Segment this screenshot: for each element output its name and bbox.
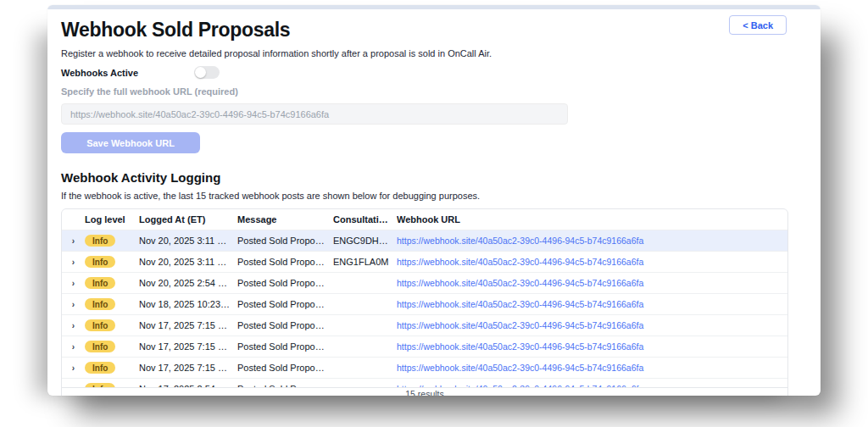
webhook-activity-table: Log level Logged At (ET) Message Consult… bbox=[61, 208, 788, 396]
webhook-url-link[interactable]: https://webhook.site/40a50ac2-39c0-4496-… bbox=[397, 320, 787, 330]
message-cell: Posted Sold Proposal bbox=[237, 320, 333, 330]
log-level-badge: Info bbox=[85, 298, 115, 310]
log-level-badge: Info bbox=[85, 235, 115, 247]
message-cell: Posted Sold Proposal bbox=[237, 278, 333, 288]
message-cell: Posted Sold Proposal bbox=[237, 341, 333, 352]
logged-at-cell: Nov 18, 2025 10:23 AM bbox=[139, 299, 237, 309]
webhook-url-input[interactable] bbox=[61, 103, 568, 125]
log-level-badge: Info bbox=[85, 362, 115, 374]
webhook-url-link[interactable]: https://webhook.site/40a50ac2-39c0-4496-… bbox=[397, 363, 787, 373]
expand-chevron-icon[interactable]: › bbox=[62, 321, 85, 330]
page-background: < Back Webhook Sold Proposals Register a… bbox=[0, 0, 868, 427]
table-row[interactable]: › Info Nov 17, 2025 7:15 PM Posted Sold … bbox=[62, 358, 787, 379]
logged-at-cell: Nov 17, 2025 7:15 PM bbox=[139, 320, 237, 330]
webhook-url-link[interactable]: https://webhook.site/40a50ac2-39c0-4496-… bbox=[397, 299, 787, 309]
consultation-cell: ENG1FLA0M bbox=[333, 257, 397, 267]
expand-chevron-icon[interactable]: › bbox=[62, 279, 85, 288]
table-row[interactable]: › Info Nov 17, 2025 2:54 PM Posted Sold … bbox=[62, 379, 787, 387]
table-footer: 15 results bbox=[62, 387, 787, 396]
table-body: › Info Nov 20, 2025 3:11 PM Posted Sold … bbox=[62, 230, 787, 387]
table-header-row: Log level Logged At (ET) Message Consult… bbox=[62, 209, 787, 230]
consultation-cell: ENGC9DH6A bbox=[333, 236, 397, 246]
webhooks-active-label: Webhooks Active bbox=[61, 68, 138, 78]
webhook-url-link[interactable]: https://webhook.site/40a50ac2-39c0-4496-… bbox=[397, 236, 787, 246]
webhooks-active-toggle[interactable] bbox=[194, 66, 220, 79]
message-cell: Posted Sold Proposal bbox=[237, 363, 333, 373]
webhook-url-link[interactable]: https://webhook.site/40a50ac2-39c0-4496-… bbox=[397, 257, 787, 267]
message-cell: Posted Sold Proposal bbox=[237, 236, 333, 246]
column-header-log-level: Log level bbox=[85, 214, 139, 225]
column-header-webhook-url: Webhook URL bbox=[397, 214, 787, 225]
webhook-url-link[interactable]: https://webhook.site/40a50ac2-39c0-4496-… bbox=[397, 278, 787, 288]
logged-at-cell: Nov 20, 2025 2:54 PM bbox=[139, 278, 237, 288]
table-row[interactable]: › Info Nov 17, 2025 7:15 PM Posted Sold … bbox=[62, 315, 787, 336]
log-level-badge: Info bbox=[85, 277, 115, 289]
results-count: 15 results bbox=[405, 389, 444, 396]
activity-logging-title: Webhook Activity Logging bbox=[61, 170, 788, 185]
table-row[interactable]: › Info Nov 20, 2025 2:54 PM Posted Sold … bbox=[62, 273, 787, 294]
column-header-logged-at: Logged At (ET) bbox=[139, 214, 237, 225]
column-header-message: Message bbox=[237, 214, 333, 225]
table-row[interactable]: › Info Nov 17, 2025 7:15 PM Posted Sold … bbox=[62, 336, 787, 358]
logged-at-cell: Nov 20, 2025 3:11 PM bbox=[139, 257, 237, 267]
log-level-badge: Info bbox=[85, 319, 115, 331]
column-header-consultation: Consultation... bbox=[333, 214, 397, 225]
webhook-settings-card: < Back Webhook Sold Proposals Register a… bbox=[47, 5, 821, 396]
save-webhook-url-button[interactable]: Save Webhook URL bbox=[61, 132, 200, 153]
table-row[interactable]: › Info Nov 20, 2025 3:11 PM Posted Sold … bbox=[62, 252, 787, 273]
message-cell: Posted Sold Proposal bbox=[237, 257, 333, 267]
expand-chevron-icon[interactable]: › bbox=[62, 363, 85, 373]
page-title: Webhook Sold Proposals bbox=[61, 19, 788, 42]
expand-chevron-icon[interactable]: › bbox=[62, 300, 85, 309]
message-cell: Posted Sold Proposal bbox=[237, 299, 333, 309]
page-subtitle: Register a webhook to receive detailed p… bbox=[61, 48, 788, 58]
log-level-badge: Info bbox=[85, 341, 115, 352]
logged-at-cell: Nov 17, 2025 7:15 PM bbox=[139, 341, 237, 352]
activity-logging-description: If the webhook is active, the last 15 tr… bbox=[61, 191, 788, 201]
toggle-knob bbox=[195, 67, 206, 78]
webhook-url-link[interactable]: https://webhook.site/40a50ac2-39c0-4496-… bbox=[397, 341, 787, 352]
table-row[interactable]: › Info Nov 18, 2025 10:23 AM Posted Sold… bbox=[62, 294, 787, 315]
logged-at-cell: Nov 20, 2025 3:11 PM bbox=[139, 236, 237, 246]
table-row[interactable]: › Info Nov 20, 2025 3:11 PM Posted Sold … bbox=[62, 230, 787, 252]
expand-chevron-icon[interactable]: › bbox=[62, 236, 85, 246]
webhook-url-label: Specify the full webhook URL (required) bbox=[61, 86, 788, 97]
logged-at-cell: Nov 17, 2025 7:15 PM bbox=[139, 363, 237, 373]
log-level-badge: Info bbox=[85, 256, 115, 268]
expand-chevron-icon[interactable]: › bbox=[62, 342, 85, 352]
expand-chevron-icon[interactable]: › bbox=[62, 258, 85, 267]
